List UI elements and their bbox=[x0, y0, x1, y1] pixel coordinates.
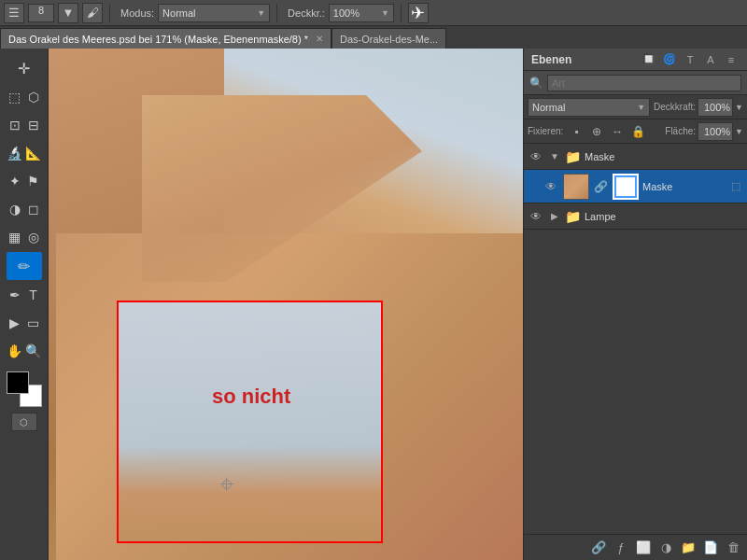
search-icon: 🔍 bbox=[529, 77, 543, 90]
blend-mode-value: Normal bbox=[532, 102, 565, 113]
path-select-tool[interactable]: ▶ bbox=[7, 310, 23, 336]
new-layer-button[interactable]: 📄 bbox=[700, 538, 721, 558]
eyedropper-tool[interactable]: 🔬 bbox=[7, 140, 23, 166]
type-tool[interactable]: T bbox=[25, 282, 42, 308]
maske-layer-visibility[interactable]: 👁 bbox=[543, 178, 559, 195]
slice-tool[interactable]: ⊟ bbox=[25, 112, 42, 138]
panel-header-icons: 🔲 🌀 T A ≡ bbox=[641, 51, 740, 68]
link-layers-button[interactable]: 🔗 bbox=[588, 538, 609, 558]
move-tool[interactable]: ✛ bbox=[7, 54, 42, 82]
eyedrop-tools: 🔬 📐 bbox=[7, 140, 42, 166]
foreground-color-swatch[interactable] bbox=[7, 371, 29, 394]
deckkraft-label: Deckkr.: bbox=[288, 7, 325, 19]
modus-value: Normal bbox=[162, 7, 195, 19]
panel-lock-icon[interactable]: 🔲 bbox=[641, 51, 657, 68]
tab-active-close[interactable]: ✕ bbox=[316, 34, 323, 44]
history-brush-tool[interactable]: ◑ bbox=[7, 196, 23, 222]
lampe-group-header[interactable]: 👁 ▶ 📁 Lampe bbox=[524, 203, 747, 230]
marquee-tool[interactable]: ⬚ bbox=[7, 84, 23, 110]
crop-tools: ⊡ ⊟ bbox=[7, 112, 42, 138]
airbrush-icon[interactable]: ✈ bbox=[408, 3, 429, 23]
separator-1 bbox=[109, 4, 110, 22]
brush-size-input[interactable]: 8 bbox=[28, 4, 54, 22]
blend-mode-dropdown[interactable]: Normal ▼ bbox=[528, 98, 650, 117]
tab-active[interactable]: Das Orakel des Meeres.psd bei 171% (Mask… bbox=[0, 28, 331, 49]
pen-tool[interactable]: ✒ bbox=[7, 282, 23, 308]
lampe-folder-icon: 📁 bbox=[565, 209, 581, 224]
canvas-area[interactable]: so nicht bbox=[49, 49, 523, 560]
hand-tool[interactable]: ✋ bbox=[7, 338, 23, 364]
zoom-tool[interactable]: 🔍 bbox=[25, 338, 42, 364]
panel-bottom-toolbar: 🔗 ƒ ⬜ ◑ 📁 📄 🗑 bbox=[524, 534, 747, 560]
crop-tool[interactable]: ⊡ bbox=[7, 112, 23, 138]
deckkraft-value: 100% bbox=[333, 7, 359, 19]
panel-channels-icon[interactable]: 🌀 bbox=[661, 51, 678, 68]
brush-mode-icon[interactable]: 🖌 bbox=[82, 3, 103, 23]
modus-label: Modus: bbox=[120, 7, 154, 19]
left-toolbar: ✛ ⬚ ⬡ ⊡ ⊟ 🔬 📐 ✦ ⚑ ◑ ◻ ▦ ◎ ✏ ✒ T bbox=[0, 49, 49, 560]
gradient-tool[interactable]: ▦ bbox=[7, 224, 23, 250]
modus-dropdown-arrow: ▼ bbox=[257, 8, 265, 18]
add-mask-button[interactable]: ⬜ bbox=[633, 538, 654, 558]
blend-dropdown-arrow: ▼ bbox=[637, 103, 645, 112]
panel-menu-icon[interactable]: ≡ bbox=[723, 51, 740, 68]
separator-3 bbox=[401, 4, 402, 22]
maske-layer-item[interactable]: 👁 🔗 Maske ⬚ bbox=[524, 170, 747, 203]
lampe-group-visibility[interactable]: 👁 bbox=[528, 208, 544, 225]
heal-tools: ✦ ⚑ bbox=[7, 168, 42, 194]
color-swatches[interactable] bbox=[7, 371, 42, 407]
tab-inactive-label: Das-Orakel-des-Me... bbox=[340, 34, 438, 45]
history-brush-tools: ◑ ◻ bbox=[7, 196, 42, 222]
maske-group-visibility[interactable]: 👁 bbox=[528, 148, 544, 165]
clone-stamp-tool[interactable]: ⚑ bbox=[25, 168, 42, 194]
main-area: ✛ ⬚ ⬡ ⊡ ⊟ 🔬 📐 ✦ ⚑ ◑ ◻ ▦ ◎ ✏ ✒ T bbox=[0, 49, 747, 560]
pen-tools: ✒ T bbox=[7, 282, 42, 308]
lampe-group-name: Lampe bbox=[585, 211, 743, 222]
delete-layer-button[interactable]: 🗑 bbox=[723, 538, 743, 558]
blur-tool[interactable]: ◎ bbox=[25, 224, 42, 250]
panel-adjustment-icon[interactable]: A bbox=[702, 51, 719, 68]
lampe-group-expand[interactable]: ▶ bbox=[548, 210, 561, 223]
brush-options-icon[interactable]: ▼ bbox=[58, 3, 78, 23]
hand-zoom-tools: ✋ 🔍 bbox=[7, 338, 42, 364]
menu-icon[interactable]: ☰ bbox=[4, 3, 24, 23]
ebenen-panel: Ebenen 🔲 🌀 T A ≡ 🔍 Normal ▼ Deckkraft: bbox=[523, 49, 747, 560]
tab-inactive[interactable]: Das-Orakel-des-Me... bbox=[331, 28, 446, 49]
panel-header: Ebenen 🔲 🌀 T A ≡ bbox=[524, 49, 747, 71]
fix-move-icon[interactable]: ↔ bbox=[610, 124, 625, 139]
heal-brush-tool[interactable]: ✦ bbox=[7, 168, 23, 194]
shape-tool[interactable]: ▭ bbox=[25, 310, 42, 336]
lasso-tool[interactable]: ⬡ bbox=[25, 84, 42, 110]
measure-tool[interactable]: 📐 bbox=[25, 140, 42, 166]
brush-tool[interactable]: ✏ bbox=[7, 252, 42, 280]
fix-pixel-icon[interactable]: ▪ bbox=[569, 124, 584, 139]
maske-layer-thumbnail bbox=[563, 174, 589, 200]
eraser-tool[interactable]: ◻ bbox=[25, 196, 42, 222]
modus-dropdown[interactable]: Normal ▼ bbox=[158, 4, 270, 22]
add-style-button[interactable]: ƒ bbox=[611, 538, 631, 558]
new-group-button[interactable]: 📁 bbox=[678, 538, 698, 558]
add-adjustment-button[interactable]: ◑ bbox=[655, 538, 676, 558]
gradient-tools: ▦ ◎ bbox=[7, 224, 42, 250]
maske-group-header[interactable]: 👁 ▼ 📁 Maske bbox=[524, 144, 747, 170]
deckkraft-dropdown[interactable]: 100% ▼ bbox=[329, 4, 394, 22]
fix-lock-icon[interactable]: 🔒 bbox=[630, 124, 645, 139]
deckkraft-input[interactable] bbox=[698, 98, 733, 117]
fix-gradient-icon[interactable]: ⊕ bbox=[589, 124, 604, 139]
path-tools: ▶ ▭ bbox=[7, 310, 42, 336]
selection-tools: ⬚ ⬡ bbox=[7, 84, 42, 110]
panel-type-icon[interactable]: T bbox=[682, 51, 698, 68]
quick-mask-button[interactable]: ⬡ bbox=[11, 413, 37, 431]
flaeche-row: Fläche: ▼ bbox=[665, 122, 743, 141]
blend-opacity-row: Normal ▼ Deckkraft: ▼ bbox=[524, 95, 747, 119]
fixieren-label: Fixieren: bbox=[528, 126, 563, 136]
layer-list: 👁 ▼ 📁 Maske 👁 🔗 bbox=[524, 144, 747, 534]
sand-right bbox=[56, 233, 523, 560]
panel-title: Ebenen bbox=[531, 53, 571, 66]
layer-search-input[interactable] bbox=[547, 75, 741, 91]
maske-group-expand[interactable]: ▼ bbox=[548, 150, 561, 163]
flaeche-input[interactable] bbox=[698, 122, 733, 141]
tab-bar: Das Orakel des Meeres.psd bei 171% (Mask… bbox=[0, 26, 747, 49]
maske-mask-thumbnail bbox=[613, 174, 639, 200]
panel-search: 🔍 bbox=[524, 71, 747, 95]
